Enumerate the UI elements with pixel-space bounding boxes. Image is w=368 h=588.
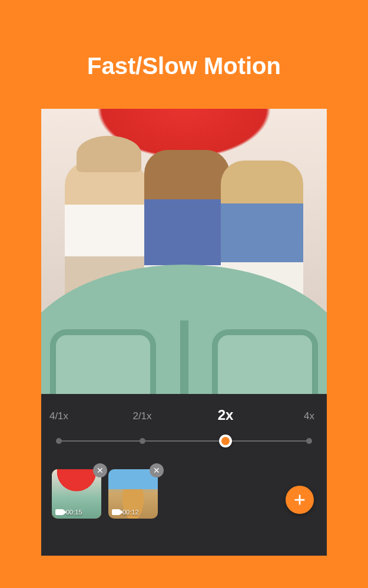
clips-row: ✕ 00:15 ✕ 00:12	[41, 462, 327, 530]
plus-icon	[293, 493, 306, 506]
slider-tick[interactable]	[56, 438, 62, 444]
speed-labels: 4/1x 2/1x 2x 4x	[59, 410, 309, 428]
slider-tick[interactable]	[306, 438, 312, 444]
speed-option-selected[interactable]: 2x	[218, 407, 234, 423]
remove-clip-button[interactable]: ✕	[150, 463, 164, 477]
speed-slider[interactable]	[59, 434, 309, 448]
slider-tick[interactable]	[140, 438, 145, 444]
clip-duration: 00:12	[122, 509, 139, 516]
clip-thumbnail[interactable]: ✕ 00:15	[52, 469, 101, 519]
slider-track	[59, 440, 309, 442]
app-frame: 4/1x 2/1x 2x 4x ✕	[41, 109, 327, 556]
speed-control: 4/1x 2/1x 2x 4x	[41, 394, 327, 462]
close-icon: ✕	[153, 466, 160, 475]
clip-thumbnail[interactable]: ✕ 00:12	[108, 469, 158, 519]
video-icon	[55, 509, 64, 515]
clip-meta: 00:15	[55, 509, 82, 516]
speed-option[interactable]: 4x	[304, 410, 314, 422]
remove-clip-button[interactable]: ✕	[93, 463, 107, 477]
speed-option[interactable]: 2/1x	[132, 410, 151, 422]
clip-duration: 00:15	[66, 509, 82, 516]
video-preview[interactable]	[41, 109, 327, 394]
page-title: Fast/Slow Motion	[87, 53, 281, 79]
add-clip-button[interactable]	[286, 486, 314, 514]
close-icon: ✕	[97, 466, 104, 475]
speed-option[interactable]: 4/1x	[49, 410, 68, 422]
controls-panel: 4/1x 2/1x 2x 4x ✕	[41, 394, 327, 556]
clip-meta: 00:12	[112, 509, 139, 516]
slider-thumb[interactable]	[219, 435, 232, 447]
video-icon	[112, 509, 120, 515]
preview-car	[41, 265, 327, 394]
